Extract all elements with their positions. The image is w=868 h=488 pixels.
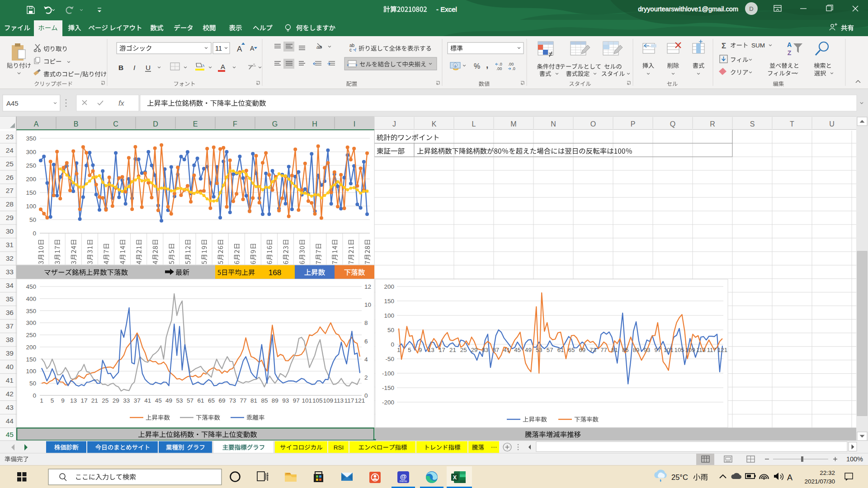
svg-text:33: 33 [6,268,14,276]
svg-text:5: 5 [408,347,411,353]
svg-text:100: 100 [384,312,394,319]
svg-text:.0: .0 [499,62,502,66]
svg-text:35: 35 [6,295,14,303]
svg-text:81: 81 [250,397,257,404]
svg-text:77: 77 [240,397,246,404]
svg-text:M: M [510,120,516,128]
svg-text:350: 350 [26,135,36,142]
svg-text:1: 1 [40,397,43,404]
svg-text:- Excel: - Excel [436,5,457,13]
svg-text:27: 27 [6,187,14,194]
svg-text:89: 89 [633,347,640,353]
svg-text:85: 85 [261,397,268,404]
svg-text:36: 36 [6,309,14,316]
svg-text:33: 33 [123,397,130,404]
svg-text:%: % [474,62,480,70]
svg-text:45: 45 [514,347,521,353]
svg-text:23: 23 [6,133,14,141]
svg-text:0: 0 [33,230,36,237]
svg-text:2021/07/30: 2021/07/30 [804,478,835,485]
svg-text:38: 38 [6,336,14,343]
svg-text:57: 57 [547,347,553,353]
svg-text:13: 13 [70,397,77,404]
svg-text:Z: Z [788,49,792,56]
svg-text:A: A [787,41,792,48]
svg-text:B: B [74,120,79,128]
svg-text:39: 39 [6,349,14,357]
svg-text:A: A [237,45,242,53]
svg-text:150: 150 [26,189,36,196]
svg-text:32: 32 [6,254,14,262]
svg-text:12: 12 [364,283,371,290]
svg-text:17: 17 [439,347,445,353]
svg-text:42: 42 [6,390,14,398]
svg-text:105: 105 [312,397,323,404]
svg-text:41: 41 [144,397,151,404]
svg-text:117: 117 [707,347,717,353]
svg-text:41: 41 [503,347,510,353]
svg-text:100: 100 [26,203,36,210]
svg-text:X: X [453,474,457,481]
svg-text:350: 350 [26,308,36,314]
svg-text:21: 21 [449,347,456,353]
svg-text:5: 5 [51,397,54,404]
svg-text:F: F [233,120,237,128]
svg-text:61: 61 [197,397,204,404]
svg-text:9: 9 [419,347,422,353]
svg-text:61: 61 [557,347,564,353]
svg-text:I: I [133,64,136,71]
svg-text:13: 13 [428,347,434,353]
svg-text:U: U [146,64,151,71]
svg-text:34: 34 [6,282,14,289]
svg-text:37: 37 [6,322,14,330]
svg-text:fx: fx [118,99,124,107]
svg-text:85: 85 [622,347,629,353]
svg-text:450: 450 [26,283,36,290]
svg-text:P: P [631,120,636,128]
svg-text:113: 113 [696,347,706,353]
svg-text:168: 168 [269,268,281,277]
svg-text:-50: -50 [385,356,394,362]
svg-text:L: L [472,120,476,128]
svg-text:49: 49 [525,347,532,353]
svg-text:.00: .00 [508,62,514,66]
svg-text:89: 89 [272,397,278,404]
svg-text:9: 9 [61,397,65,404]
svg-text:81: 81 [611,347,618,353]
svg-text:A45: A45 [6,99,19,107]
svg-text:109: 109 [685,347,695,353]
svg-text:4: 4 [364,356,368,363]
svg-text:0: 0 [391,341,394,348]
svg-text:SUM: SUM [751,42,765,49]
svg-text:117: 117 [344,397,354,404]
svg-text:400: 400 [26,296,36,302]
svg-text:53: 53 [176,397,183,404]
svg-text:43: 43 [6,404,14,411]
svg-text:105: 105 [675,347,684,353]
svg-text:101: 101 [664,347,674,353]
svg-text:30: 30 [6,227,14,235]
svg-text:73: 73 [229,397,236,404]
svg-text:109: 109 [323,397,333,404]
svg-text:B: B [118,64,123,71]
svg-text:Σ: Σ [722,42,726,50]
svg-text:49: 49 [165,397,172,404]
svg-text:73: 73 [590,347,596,353]
svg-text:50: 50 [29,380,36,387]
svg-text:G: G [272,120,278,128]
svg-text:S: S [750,120,755,128]
svg-text:28: 28 [6,200,14,208]
svg-text:10: 10 [364,301,371,308]
svg-text:37: 37 [492,347,499,353]
svg-text:29: 29 [6,214,14,221]
svg-text:77: 77 [600,347,607,353]
svg-text:RSI: RSI [334,444,344,451]
svg-text:29: 29 [113,397,119,404]
svg-text:A: A [250,45,255,52]
svg-text:26: 26 [6,174,14,181]
svg-text:65: 65 [568,347,575,353]
svg-text:31: 31 [6,241,14,249]
svg-text:25: 25 [460,347,467,353]
svg-text:300: 300 [26,319,36,326]
svg-text:c: c [349,47,352,52]
